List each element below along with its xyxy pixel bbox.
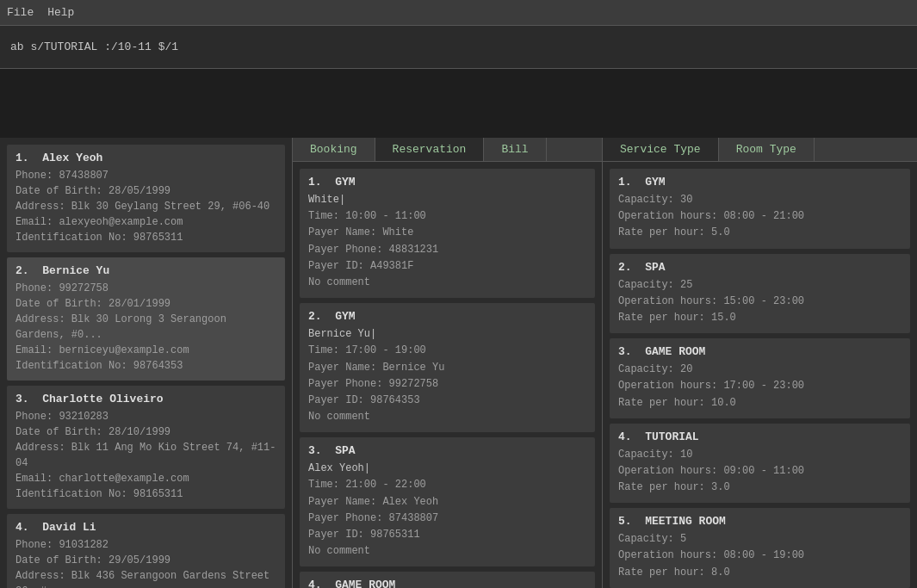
res-detail-2: Bernice Yu| Time: 17:00 - 19:00 Payer Na… [308,326,586,425]
client-detail-4: Phone: 91031282 Date of Birth: 29/05/199… [15,537,276,588]
svc-detail-4: Capacity: 10 Operation hours: 09:00 - 11… [618,447,902,497]
tab-reservation[interactable]: Reservation [375,138,485,161]
res-title-2: 2. GYM [308,310,586,323]
client-card-1[interactable]: 1. Alex Yeoh Phone: 87438807 Date of Bir… [7,145,285,252]
client-card-3[interactable]: 3. Charlotte Oliveiro Phone: 93210283 Da… [7,386,285,509]
res-title-3: 3. SPA [308,444,586,457]
right-panel: Service Type Room Type 1. GYM Capacity: … [603,138,917,588]
client-detail-2: Phone: 99272758 Date of Birth: 28/01/199… [15,281,276,374]
tab-bill[interactable]: Bill [484,138,546,161]
svc-detail-3: Capacity: 20 Operation hours: 17:00 - 23… [618,362,902,412]
svc-card-1[interactable]: 1. GYM Capacity: 30 Operation hours: 08:… [610,169,910,249]
main-content: 1. Alex Yeoh Phone: 87438807 Date of Bir… [0,138,917,588]
top-area [0,69,917,138]
svc-title-1: 1. GYM [618,176,902,189]
command-text: ab s/TUTORIAL :/10-11 $/1 [10,40,178,53]
middle-panel: Booking Reservation Bill 1. GYM White| T… [293,138,603,588]
client-name-3: 3. Charlotte Oliveiro [15,393,276,405]
client-detail-3: Phone: 93210283 Date of Birth: 28/10/199… [15,409,276,502]
svc-title-2: 2. SPA [618,261,902,274]
command-bar: ab s/TUTORIAL :/10-11 $/1 [0,26,917,69]
service-type-list: 1. GYM Capacity: 30 Operation hours: 08:… [603,162,917,588]
client-list-panel: 1. Alex Yeoh Phone: 87438807 Date of Bir… [0,138,293,588]
client-card-2[interactable]: 2. Bernice Yu Phone: 99272758 Date of Bi… [7,257,285,381]
svc-title-3: 3. GAME ROOM [618,345,902,358]
svc-card-2[interactable]: 2. SPA Capacity: 25 Operation hours: 15:… [610,254,910,334]
tab-booking[interactable]: Booking [293,138,375,161]
client-name-1: 1. Alex Yeoh [15,152,276,164]
client-card-4[interactable]: 4. David Li Phone: 91031282 Date of Birt… [7,514,285,588]
client-name-4: 4. David Li [15,521,276,534]
svc-card-5[interactable]: 5. MEETING ROOM Capacity: 5 Operation ho… [610,508,910,588]
svc-card-3[interactable]: 3. GAME ROOM Capacity: 20 Operation hour… [610,338,910,418]
file-menu[interactable]: File [7,6,34,19]
res-card-1[interactable]: 1. GYM White| Time: 10:00 - 11:00 Payer … [300,169,595,298]
res-detail-3: Alex Yeoh| Time: 21:00 - 22:00 Payer Nam… [308,461,586,560]
res-card-2[interactable]: 2. GYM Bernice Yu| Time: 17:00 - 19:00 P… [300,303,595,432]
svc-title-4: 4. TUTORIAL [618,430,902,443]
svc-card-4[interactable]: 4. TUTORIAL Capacity: 10 Operation hours… [610,424,910,504]
svc-detail-2: Capacity: 25 Operation hours: 15:00 - 23… [618,277,902,327]
tab-room-type[interactable]: Room Type [719,138,815,161]
res-detail-1: White| Time: 10:00 - 11:00 Payer Name: W… [308,192,586,291]
tab-service-type[interactable]: Service Type [603,138,719,161]
client-detail-1: Phone: 87438807 Date of Birth: 28/05/199… [15,168,276,245]
res-title-4: 4. GAME ROOM [308,579,586,588]
middle-tabs: Booking Reservation Bill [293,138,602,162]
svc-detail-1: Capacity: 30 Operation hours: 08:00 - 21… [618,192,902,242]
res-title-1: 1. GYM [308,176,586,189]
menu-bar: File Help [0,0,917,26]
client-name-2: 2. Bernice Yu [15,264,276,277]
reservation-list: 1. GYM White| Time: 10:00 - 11:00 Payer … [293,162,602,588]
svc-title-5: 5. MEETING ROOM [618,515,902,528]
right-tabs: Service Type Room Type [603,138,917,162]
res-card-4[interactable]: 4. GAME ROOM [300,572,595,588]
svc-detail-5: Capacity: 5 Operation hours: 08:00 - 19:… [618,531,902,581]
res-card-3[interactable]: 3. SPA Alex Yeoh| Time: 21:00 - 22:00 Pa… [300,437,595,566]
help-menu[interactable]: Help [47,6,74,19]
